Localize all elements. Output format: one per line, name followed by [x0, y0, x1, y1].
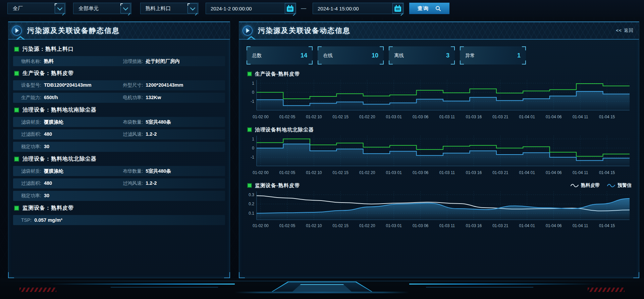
back-link[interactable]: <<返回 [616, 28, 634, 34]
svg-text:01-04 11: 01-04 11 [573, 170, 588, 175]
treatment-step-chart: 10-101-02 0001-02 0501-02 1001-02 1501-0… [247, 134, 632, 176]
source-select[interactable]: 熟料上料口 [140, 3, 199, 14]
info-cell: 额定功率:30 [13, 193, 115, 199]
info-label: 外型尺寸: [123, 82, 143, 88]
dynamic-panel-header: 污染源及关联设备动态信息 <<返回 [239, 22, 639, 40]
svg-text:01-03 11: 01-03 11 [439, 170, 455, 175]
info-cell: 物料名称:熟料 [13, 58, 115, 65]
chevron-down-icon[interactable] [120, 3, 130, 13]
search-button-label: 查询 [418, 5, 429, 12]
green-bullet-icon [14, 157, 19, 162]
svg-text:01-02 00: 01-02 00 [253, 170, 269, 175]
stat-value: 1 [517, 52, 521, 59]
stat-value: 14 [301, 52, 307, 59]
search-button[interactable]: 查询 [409, 3, 449, 14]
info-value: 480 [44, 131, 52, 137]
green-bullet-icon [247, 72, 252, 76]
group-heading: 治理设备：熟料地坑北除尘器 [13, 154, 225, 164]
svg-text:01-02 05: 01-02 05 [279, 115, 296, 119]
unit-select[interactable]: 全部单元 [73, 3, 131, 14]
info-value: 132Kw [146, 95, 161, 100]
chevron-down-icon[interactable] [187, 3, 198, 13]
legend-item-material-belt[interactable]: 熟料皮带 [571, 182, 600, 188]
legend-label: 熟料皮带 [581, 182, 600, 188]
static-info-panel: 污染源及关联设备静态信息 污染源：熟料上料口物料名称:熟料治理措施:处于封闭厂房… [8, 22, 230, 278]
info-label: 额定功率: [21, 193, 41, 199]
info-cell: 过滤风速:1.2-2 [115, 131, 225, 137]
svg-text:01-03 16: 01-03 16 [466, 223, 482, 228]
svg-text:01-02 05: 01-02 05 [279, 223, 296, 228]
svg-text:0: 0 [252, 146, 254, 151]
svg-text:0.3: 0.3 [249, 193, 254, 197]
svg-text:01-02 00: 01-02 00 [253, 115, 269, 119]
search-icon [435, 6, 441, 11]
svg-text:-1: -1 [251, 155, 254, 160]
footer-wing-right [409, 284, 597, 285]
info-cell: 过滤面积:480 [13, 131, 115, 137]
footer-decoration [0, 278, 644, 299]
svg-text:01-04 06: 01-04 06 [546, 115, 562, 119]
play-icon [243, 26, 253, 36]
stat-value: 3 [446, 52, 449, 59]
stat-card-inner: 在线10 [318, 46, 384, 65]
info-value: 0.057 mg/m³ [34, 217, 62, 223]
footer-red-hatch-left [19, 288, 56, 292]
chart-canvas: 10-101-02 0001-02 0501-02 1001-02 1501-0… [247, 134, 632, 176]
back-chevrons-icon: << [616, 28, 622, 33]
panel-corner-accent [239, 272, 245, 278]
date-start-input[interactable]: 2024-1-2 00:00:00 [206, 3, 296, 14]
info-label: 布袋数量: [123, 119, 143, 125]
info-label: 过滤风速: [123, 131, 143, 137]
svg-text:01-03 11: 01-03 11 [439, 223, 455, 228]
info-row: 滤袋材质:覆膜涤纶布华数量:5室共480条 [13, 166, 225, 176]
footer-wing2-right [426, 287, 533, 288]
info-label: TSP: [21, 217, 32, 223]
info-cell: 滤袋材质:覆膜涤纶 [13, 168, 115, 174]
info-label: 滤袋材质: [21, 119, 41, 125]
svg-text:01-03 16: 01-03 16 [466, 170, 482, 175]
group-heading-label: 治理设备：熟料地坑北除尘器 [22, 156, 97, 163]
info-cell: TSP:0.057 mg/m³ [13, 217, 115, 223]
info-value: 覆膜涤纶 [44, 168, 63, 174]
stat-card-offline: 离线3 [389, 46, 455, 65]
svg-text:01-04 01: 01-04 01 [519, 223, 535, 228]
info-label: 生产能力: [21, 95, 41, 101]
green-bullet-icon [14, 108, 19, 113]
calendar-icon[interactable] [285, 3, 296, 14]
info-value: 480 [44, 180, 52, 186]
date-end-input[interactable]: 2024-1-4 15:00:00 [313, 3, 404, 14]
svg-text:-1: -1 [251, 99, 254, 104]
chart-canvas: 0.30.20.101-02 0001-02 0501-02 1001-02 1… [247, 189, 632, 229]
info-row: 生产能力:650t/h电机功率:132Kw [13, 93, 225, 103]
back-label: 返回 [624, 28, 634, 33]
svg-text:01-02 10: 01-02 10 [306, 170, 322, 175]
info-label: 电机功率: [123, 95, 143, 101]
plant-select[interactable]: 全厂 [7, 3, 66, 14]
svg-text:01-04 15: 01-04 15 [599, 170, 615, 175]
green-bullet-icon [14, 71, 19, 76]
calendar-icon[interactable] [392, 3, 403, 14]
date-end-value: 2024-1-4 15:00:00 [318, 6, 359, 11]
dashboard-root: { "toolbar": { "filters": [ {"value": "全… [0, 0, 644, 299]
info-label: 治理措施: [123, 58, 143, 65]
svg-text:01-03 16: 01-03 16 [466, 115, 482, 119]
date-start-value: 2024-1-2 00:00:00 [211, 6, 252, 11]
plant-select-value: 全厂 [13, 5, 23, 12]
svg-text:01-02 20: 01-02 20 [359, 170, 375, 175]
chevron-down-icon[interactable] [55, 3, 65, 13]
svg-text:01-03 01: 01-03 01 [386, 115, 402, 119]
info-label: 过滤面积: [21, 131, 41, 137]
dynamic-info-panel: 污染源及关联设备动态信息 <<返回 总数14在线10离线3异常1 生产设备-熟料… [239, 22, 639, 278]
footer-emblem-core [292, 284, 352, 292]
svg-text:01-02 05: 01-02 05 [279, 170, 296, 175]
info-value: 1.2-2 [146, 180, 157, 186]
svg-text:01-04 15: 01-04 15 [599, 115, 615, 119]
legend-item-alert[interactable]: 预警信 [607, 182, 632, 188]
stat-card-inner: 异常1 [460, 46, 526, 65]
footer-glow-line [0, 281, 644, 281]
green-bullet-icon [247, 127, 252, 132]
info-row: 过滤面积:480过滤风速:1.2-2 [13, 129, 225, 139]
static-panel-header: 污染源及关联设备静态信息 [8, 22, 230, 40]
info-value: 30 [44, 193, 49, 198]
svg-text:01-04 11: 01-04 11 [573, 115, 588, 119]
